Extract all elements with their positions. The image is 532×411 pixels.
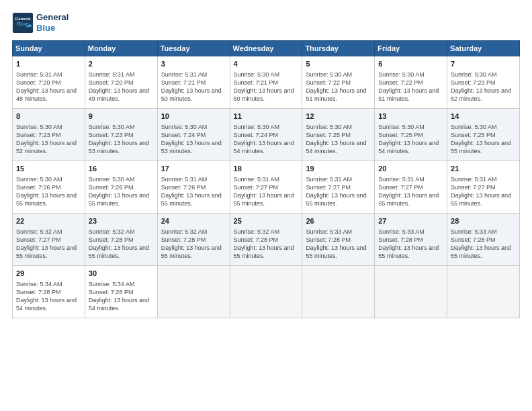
calendar-cell: 20Sunrise: 5:31 AMSunset: 7:27 PMDayligh… <box>375 161 447 214</box>
day-info: Sunrise: 5:30 AMSunset: 7:22 PMDaylight:… <box>306 71 371 103</box>
calendar-cell: 25Sunrise: 5:32 AMSunset: 7:28 PMDayligh… <box>230 214 302 266</box>
calendar-cell: 24Sunrise: 5:32 AMSunset: 7:28 PMDayligh… <box>157 214 230 266</box>
day-info: Sunrise: 5:30 AMSunset: 7:23 PMDaylight:… <box>89 123 154 156</box>
day-number: 28 <box>451 216 516 226</box>
day-number: 17 <box>161 164 226 174</box>
day-info: Sunrise: 5:31 AMSunset: 7:20 PMDaylight:… <box>16 71 81 103</box>
logo-text-general: General <box>36 12 69 23</box>
calendar-cell: 9Sunrise: 5:30 AMSunset: 7:23 PMDaylight… <box>85 109 157 161</box>
day-number: 6 <box>378 59 443 69</box>
col-saturday: Saturday <box>447 41 520 56</box>
day-info: Sunrise: 5:32 AMSunset: 7:28 PMDaylight:… <box>161 228 226 261</box>
header-row: Sunday Monday Tuesday Wednesday Thursday… <box>13 41 520 56</box>
calendar-cell: 6Sunrise: 5:30 AMSunset: 7:22 PMDaylight… <box>375 56 447 109</box>
calendar-cell: 4Sunrise: 5:30 AMSunset: 7:21 PMDaylight… <box>230 56 302 109</box>
calendar-cell <box>447 266 520 318</box>
day-info: Sunrise: 5:31 AMSunset: 7:27 PMDaylight:… <box>234 175 299 208</box>
calendar-cell: 26Sunrise: 5:33 AMSunset: 7:28 PMDayligh… <box>302 214 375 266</box>
calendar-week-1: 1Sunrise: 5:31 AMSunset: 7:20 PMDaylight… <box>13 56 520 109</box>
day-info: Sunrise: 5:31 AMSunset: 7:27 PMDaylight:… <box>306 175 371 208</box>
header: General Blue General Blue <box>12 12 520 34</box>
calendar-cell: 1Sunrise: 5:31 AMSunset: 7:20 PMDaylight… <box>13 56 85 109</box>
day-number: 15 <box>16 164 81 174</box>
day-info: Sunrise: 5:32 AMSunset: 7:28 PMDaylight:… <box>89 228 154 261</box>
calendar-cell <box>302 266 375 318</box>
page: General Blue General Blue Sunday Monday … <box>0 0 532 411</box>
calendar-cell: 10Sunrise: 5:30 AMSunset: 7:24 PMDayligh… <box>157 109 230 161</box>
calendar-cell: 18Sunrise: 5:31 AMSunset: 7:27 PMDayligh… <box>230 161 302 214</box>
calendar-cell: 21Sunrise: 5:31 AMSunset: 7:27 PMDayligh… <box>447 161 520 214</box>
logo: General Blue General Blue <box>12 12 69 34</box>
col-thursday: Thursday <box>302 41 375 56</box>
calendar-cell: 19Sunrise: 5:31 AMSunset: 7:27 PMDayligh… <box>302 161 375 214</box>
day-info: Sunrise: 5:30 AMSunset: 7:24 PMDaylight:… <box>161 123 226 156</box>
day-info: Sunrise: 5:30 AMSunset: 7:25 PMDaylight:… <box>306 123 371 156</box>
calendar-cell: 13Sunrise: 5:30 AMSunset: 7:25 PMDayligh… <box>375 109 447 161</box>
calendar-cell: 5Sunrise: 5:30 AMSunset: 7:22 PMDaylight… <box>302 56 375 109</box>
day-info: Sunrise: 5:33 AMSunset: 7:28 PMDaylight:… <box>306 228 371 261</box>
day-number: 1 <box>16 59 81 69</box>
col-monday: Monday <box>85 41 157 56</box>
calendar-cell <box>375 266 447 318</box>
day-number: 27 <box>378 216 443 226</box>
calendar-week-2: 8Sunrise: 5:30 AMSunset: 7:23 PMDaylight… <box>13 109 520 161</box>
day-info: Sunrise: 5:31 AMSunset: 7:20 PMDaylight:… <box>89 71 154 103</box>
day-number: 21 <box>451 164 516 174</box>
day-info: Sunrise: 5:30 AMSunset: 7:25 PMDaylight:… <box>378 123 443 156</box>
day-number: 25 <box>234 216 299 226</box>
day-number: 19 <box>306 164 371 174</box>
day-number: 20 <box>378 164 443 174</box>
day-number: 11 <box>234 111 299 122</box>
day-info: Sunrise: 5:32 AMSunset: 7:28 PMDaylight:… <box>234 228 299 261</box>
calendar-cell: 23Sunrise: 5:32 AMSunset: 7:28 PMDayligh… <box>85 214 157 266</box>
day-number: 2 <box>89 59 154 69</box>
calendar-cell: 12Sunrise: 5:30 AMSunset: 7:25 PMDayligh… <box>302 109 375 161</box>
day-number: 4 <box>234 59 299 69</box>
day-number: 22 <box>16 216 81 226</box>
calendar-cell: 29Sunrise: 5:34 AMSunset: 7:28 PMDayligh… <box>13 266 85 318</box>
calendar-cell: 27Sunrise: 5:33 AMSunset: 7:28 PMDayligh… <box>375 214 447 266</box>
day-info: Sunrise: 5:30 AMSunset: 7:24 PMDaylight:… <box>234 123 299 156</box>
calendar-cell: 15Sunrise: 5:30 AMSunset: 7:26 PMDayligh… <box>13 161 85 214</box>
col-tuesday: Tuesday <box>157 41 230 56</box>
calendar-cell: 3Sunrise: 5:31 AMSunset: 7:21 PMDaylight… <box>157 56 230 109</box>
day-number: 29 <box>16 269 81 279</box>
day-number: 16 <box>89 164 154 174</box>
calendar-cell <box>230 266 302 318</box>
day-number: 26 <box>306 216 371 226</box>
day-number: 3 <box>161 59 226 69</box>
day-info: Sunrise: 5:31 AMSunset: 7:21 PMDaylight:… <box>161 71 226 103</box>
calendar-table: Sunday Monday Tuesday Wednesday Thursday… <box>12 40 520 318</box>
calendar-week-4: 22Sunrise: 5:32 AMSunset: 7:27 PMDayligh… <box>13 214 520 266</box>
day-number: 18 <box>234 164 299 174</box>
col-friday: Friday <box>375 41 447 56</box>
calendar-cell: 8Sunrise: 5:30 AMSunset: 7:23 PMDaylight… <box>13 109 85 161</box>
day-info: Sunrise: 5:33 AMSunset: 7:28 PMDaylight:… <box>378 228 443 261</box>
day-info: Sunrise: 5:33 AMSunset: 7:28 PMDaylight:… <box>451 228 516 261</box>
day-info: Sunrise: 5:34 AMSunset: 7:28 PMDaylight:… <box>89 280 154 313</box>
day-info: Sunrise: 5:30 AMSunset: 7:23 PMDaylight:… <box>16 123 81 156</box>
calendar-cell: 28Sunrise: 5:33 AMSunset: 7:28 PMDayligh… <box>447 214 520 266</box>
day-info: Sunrise: 5:30 AMSunset: 7:21 PMDaylight:… <box>234 71 299 103</box>
day-number: 24 <box>161 216 226 226</box>
day-info: Sunrise: 5:32 AMSunset: 7:27 PMDaylight:… <box>16 228 81 261</box>
calendar-cell: 2Sunrise: 5:31 AMSunset: 7:20 PMDaylight… <box>85 56 157 109</box>
col-sunday: Sunday <box>13 41 85 56</box>
calendar-cell: 11Sunrise: 5:30 AMSunset: 7:24 PMDayligh… <box>230 109 302 161</box>
calendar-cell: 30Sunrise: 5:34 AMSunset: 7:28 PMDayligh… <box>85 266 157 318</box>
calendar-cell: 14Sunrise: 5:30 AMSunset: 7:25 PMDayligh… <box>447 109 520 161</box>
day-number: 10 <box>161 111 226 122</box>
svg-text:General: General <box>15 16 30 21</box>
day-info: Sunrise: 5:30 AMSunset: 7:25 PMDaylight:… <box>451 123 516 156</box>
day-number: 14 <box>451 111 516 122</box>
day-number: 5 <box>306 59 371 69</box>
calendar-cell <box>157 266 230 318</box>
day-number: 7 <box>451 59 516 69</box>
logo-text-blue: Blue <box>36 23 69 34</box>
calendar-cell: 7Sunrise: 5:30 AMSunset: 7:23 PMDaylight… <box>447 56 520 109</box>
day-number: 30 <box>89 269 154 279</box>
calendar-cell: 22Sunrise: 5:32 AMSunset: 7:27 PMDayligh… <box>13 214 85 266</box>
day-info: Sunrise: 5:31 AMSunset: 7:27 PMDaylight:… <box>378 175 443 208</box>
day-number: 9 <box>89 111 154 122</box>
calendar-week-5: 29Sunrise: 5:34 AMSunset: 7:28 PMDayligh… <box>13 266 520 318</box>
